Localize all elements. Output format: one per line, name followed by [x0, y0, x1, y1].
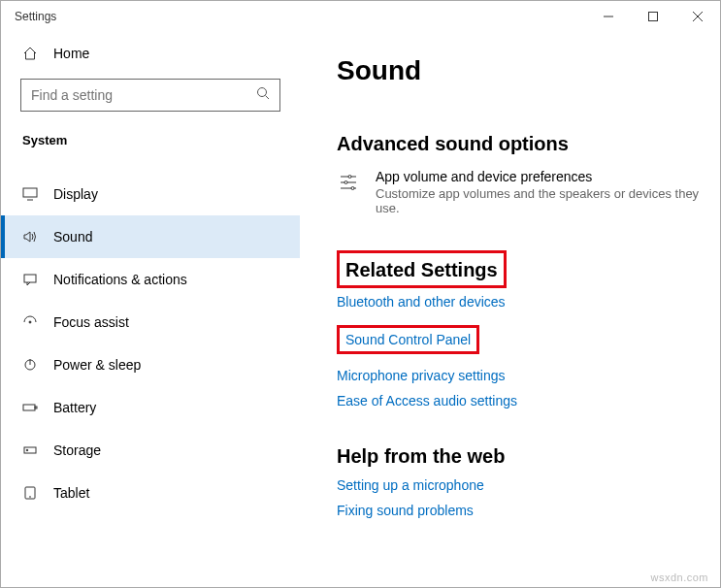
advanced-option-desc: Customize app volumes and the speakers o… — [376, 186, 703, 215]
sidebar-item-display[interactable]: Display — [1, 173, 300, 215]
sidebar-item-label: Notifications & actions — [53, 272, 187, 287]
page-title: Sound — [337, 55, 703, 86]
home-label: Home — [53, 46, 89, 61]
sidebar-item-battery[interactable]: Battery — [1, 386, 300, 429]
display-icon — [22, 187, 38, 201]
close-button[interactable] — [675, 1, 720, 32]
sidebar-item-sound[interactable]: Sound — [1, 215, 300, 258]
highlight-box-heading: Related Settings — [337, 250, 507, 288]
search-icon — [256, 86, 270, 104]
svg-rect-8 — [24, 275, 36, 282]
focus-icon — [22, 315, 38, 329]
link-bluetooth[interactable]: Bluetooth and other devices — [337, 294, 703, 310]
svg-line-5 — [266, 96, 270, 100]
maximize-button[interactable] — [631, 1, 675, 32]
advanced-option[interactable]: App volume and device preferences Custom… — [337, 169, 703, 215]
sidebar-item-label: Display — [53, 186, 98, 202]
sidebar-item-label: Tablet — [53, 485, 89, 501]
sound-icon — [22, 230, 38, 244]
sidebar-item-storage[interactable]: Storage — [1, 429, 300, 472]
home-nav[interactable]: Home — [1, 36, 300, 71]
link-sound-control-panel[interactable]: Sound Control Panel — [345, 332, 471, 347]
link-ease-access[interactable]: Ease of Access audio settings — [337, 393, 703, 408]
title-bar: Settings — [1, 1, 720, 32]
sidebar-item-label: Focus assist — [53, 314, 129, 330]
svg-rect-13 — [35, 407, 37, 408]
nav-list: Display Sound Notifications & actions Fo… — [1, 173, 300, 514]
link-fix-sound[interactable]: Fixing sound problems — [337, 503, 703, 518]
category-heading: System — [1, 123, 300, 155]
svg-rect-6 — [23, 188, 37, 197]
advanced-heading: Advanced sound options — [337, 133, 703, 155]
storage-icon — [22, 443, 38, 457]
window-title: Settings — [15, 10, 56, 23]
sidebar: Home System Display Sound Notifications … — [1, 32, 300, 587]
related-heading: Related Settings — [344, 255, 500, 283]
advanced-option-title: App volume and device preferences — [376, 169, 703, 184]
notifications-icon — [22, 273, 38, 286]
svg-point-4 — [258, 88, 267, 97]
svg-point-20 — [348, 176, 351, 179]
window-controls — [586, 1, 720, 32]
home-icon — [22, 46, 38, 61]
sidebar-item-label: Power & sleep — [53, 357, 141, 373]
link-mic-privacy[interactable]: Microphone privacy settings — [337, 368, 703, 383]
tablet-icon — [22, 486, 38, 500]
watermark: wsxdn.com — [650, 572, 708, 583]
svg-point-26 — [351, 187, 354, 190]
svg-point-9 — [29, 321, 31, 323]
minimize-button[interactable] — [586, 1, 631, 32]
sidebar-item-notifications[interactable]: Notifications & actions — [1, 258, 300, 301]
sidebar-item-power[interactable]: Power & sleep — [1, 343, 300, 386]
search-box[interactable] — [20, 79, 280, 112]
svg-rect-12 — [23, 405, 35, 410]
sidebar-item-label: Battery — [53, 400, 96, 415]
main-pane: Sound Advanced sound options App volume … — [300, 32, 720, 587]
link-setup-mic[interactable]: Setting up a microphone — [337, 477, 703, 493]
sidebar-item-label: Storage — [53, 442, 101, 458]
svg-rect-1 — [649, 13, 658, 21]
sidebar-item-focus[interactable]: Focus assist — [1, 301, 300, 343]
sidebar-item-label: Sound — [53, 229, 92, 245]
svg-point-15 — [26, 449, 28, 451]
svg-point-23 — [344, 181, 347, 184]
help-heading: Help from the web — [337, 445, 703, 468]
volume-prefs-icon — [337, 169, 360, 215]
highlight-box-link: Sound Control Panel — [337, 325, 479, 354]
battery-icon — [22, 401, 38, 414]
power-icon — [22, 358, 38, 372]
sidebar-item-tablet[interactable]: Tablet — [1, 472, 300, 514]
search-input[interactable] — [31, 87, 256, 103]
